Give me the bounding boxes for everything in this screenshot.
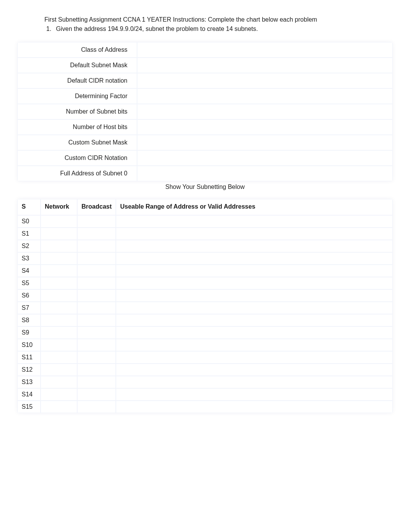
info-label: Number of Subnet bits — [17, 104, 137, 119]
info-value[interactable] — [137, 166, 393, 181]
subnet-network[interactable] — [41, 351, 77, 364]
subnet-network[interactable] — [41, 277, 77, 289]
info-value[interactable] — [137, 58, 393, 73]
subnet-range[interactable] — [116, 289, 393, 302]
subnet-id: S9 — [17, 326, 41, 339]
info-label: Determining Factor — [17, 88, 137, 104]
subnet-broadcast[interactable] — [77, 240, 116, 252]
subnet-range[interactable] — [116, 351, 393, 364]
info-row: Default Subnet Mask — [17, 58, 393, 73]
subnet-network[interactable] — [41, 364, 77, 376]
info-label: Number of Host bits — [17, 119, 137, 135]
header-range: Useable Range of Address or Valid Addres… — [116, 199, 393, 215]
subnet-row: S0 — [17, 215, 393, 228]
subnet-range[interactable] — [116, 228, 393, 240]
subnet-id: S6 — [17, 289, 41, 302]
subnet-broadcast[interactable] — [77, 376, 116, 388]
subnet-broadcast[interactable] — [77, 351, 116, 364]
info-value[interactable] — [137, 88, 393, 104]
subnet-network[interactable] — [41, 215, 77, 228]
subnet-table: S Network Broadcast Useable Range of Add… — [17, 199, 393, 413]
problem-line: 1. Given the address 194.9.9.0/24, subne… — [44, 25, 393, 32]
subnet-id: S13 — [17, 376, 41, 388]
subnet-broadcast[interactable] — [77, 314, 116, 326]
subnet-header-row: S Network Broadcast Useable Range of Add… — [17, 199, 393, 215]
subnet-range[interactable] — [116, 314, 393, 326]
instructions-text: First Subnetting Assignment CCNA 1 YEATE… — [44, 15, 393, 24]
subnet-id: S12 — [17, 364, 41, 376]
subnet-broadcast[interactable] — [77, 326, 116, 339]
subnet-id: S15 — [17, 401, 41, 413]
subnet-network[interactable] — [41, 388, 77, 401]
problem-number: 1. — [44, 25, 56, 32]
header-network: Network — [41, 199, 77, 215]
subnet-broadcast[interactable] — [77, 339, 116, 351]
subnet-range[interactable] — [116, 339, 393, 351]
subnet-row: S7 — [17, 302, 393, 314]
subnet-broadcast[interactable] — [77, 302, 116, 314]
subnet-id: S4 — [17, 265, 41, 277]
subnet-network[interactable] — [41, 252, 77, 265]
subnet-network[interactable] — [41, 326, 77, 339]
info-row: Full Address of Subnet 0 — [17, 166, 393, 181]
subnet-id: S11 — [17, 351, 41, 364]
subnet-range[interactable] — [116, 252, 393, 265]
info-value[interactable] — [137, 119, 393, 135]
header-broadcast: Broadcast — [77, 199, 116, 215]
subnet-range[interactable] — [116, 401, 393, 413]
subnet-broadcast[interactable] — [77, 289, 116, 302]
subnetting-caption: Show Your Subnetting Below — [17, 184, 393, 190]
subnet-row: S13 — [17, 376, 393, 388]
subnet-network[interactable] — [41, 401, 77, 413]
subnet-row: S2 — [17, 240, 393, 252]
subnet-range[interactable] — [116, 388, 393, 401]
subnet-row: S10 — [17, 339, 393, 351]
info-value[interactable] — [137, 73, 393, 88]
subnet-range[interactable] — [116, 277, 393, 289]
info-row: Determining Factor — [17, 88, 393, 104]
subnet-row: S12 — [17, 364, 393, 376]
subnet-range[interactable] — [116, 326, 393, 339]
info-value[interactable] — [137, 42, 393, 58]
subnet-network[interactable] — [41, 314, 77, 326]
subnet-id: S8 — [17, 314, 41, 326]
subnet-network[interactable] — [41, 228, 77, 240]
subnet-row: S1 — [17, 228, 393, 240]
info-row: Number of Host bits — [17, 119, 393, 135]
subnet-id: S0 — [17, 215, 41, 228]
info-label: Class of Address — [17, 42, 137, 58]
subnet-row: S5 — [17, 277, 393, 289]
subnet-network[interactable] — [41, 339, 77, 351]
info-label: Default Subnet Mask — [17, 58, 137, 73]
subnet-network[interactable] — [41, 240, 77, 252]
subnet-range[interactable] — [116, 265, 393, 277]
subnet-network[interactable] — [41, 302, 77, 314]
subnet-broadcast[interactable] — [77, 228, 116, 240]
subnet-broadcast[interactable] — [77, 265, 116, 277]
subnet-broadcast[interactable] — [77, 215, 116, 228]
subnet-broadcast[interactable] — [77, 277, 116, 289]
subnet-broadcast[interactable] — [77, 388, 116, 401]
info-value[interactable] — [137, 150, 393, 166]
info-value[interactable] — [137, 135, 393, 150]
subnet-range[interactable] — [116, 302, 393, 314]
info-row: Custom Subnet Mask — [17, 135, 393, 150]
info-value[interactable] — [137, 104, 393, 119]
subnet-range[interactable] — [116, 240, 393, 252]
subnet-network[interactable] — [41, 265, 77, 277]
subnet-network[interactable] — [41, 376, 77, 388]
info-label: Custom Subnet Mask — [17, 135, 137, 150]
subnet-range[interactable] — [116, 215, 393, 228]
subnet-range[interactable] — [116, 376, 393, 388]
subnet-id: S5 — [17, 277, 41, 289]
subnet-broadcast[interactable] — [77, 364, 116, 376]
subnet-broadcast[interactable] — [77, 401, 116, 413]
subnet-row: S14 — [17, 388, 393, 401]
subnet-network[interactable] — [41, 289, 77, 302]
subnet-id: S7 — [17, 302, 41, 314]
header-s: S — [17, 199, 41, 215]
subnet-range[interactable] — [116, 364, 393, 376]
info-row: Custom CIDR Notation — [17, 150, 393, 166]
subnet-broadcast[interactable] — [77, 252, 116, 265]
subnet-row: S6 — [17, 289, 393, 302]
